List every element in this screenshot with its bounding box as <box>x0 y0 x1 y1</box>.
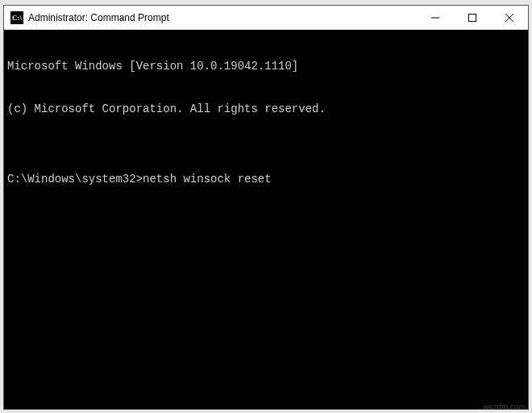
minimize-button[interactable] <box>417 6 454 29</box>
cmd-icon: C:\ <box>10 11 23 24</box>
command-input[interactable]: netsh winsock reset <box>143 173 272 187</box>
prompt-text: C:\Windows\system32> <box>7 173 143 187</box>
prompt-line: C:\Windows\system32>netsh winsock reset <box>7 173 525 187</box>
version-line: Microsoft Windows [Version 10.0.19042.11… <box>7 60 525 74</box>
maximize-button[interactable] <box>454 6 491 29</box>
window-controls <box>417 6 528 29</box>
copyright-line: (c) Microsoft Corporation. All rights re… <box>7 102 525 117</box>
svg-text:C:\: C:\ <box>12 14 22 22</box>
window-title: Administrator: Command Prompt <box>28 12 417 23</box>
command-prompt-window: C:\ Administrator: Command Prompt Micros… <box>3 5 529 410</box>
svg-rect-4 <box>469 14 476 21</box>
title-bar[interactable]: C:\ Administrator: Command Prompt <box>4 6 528 30</box>
close-button[interactable] <box>491 6 528 29</box>
terminal-area[interactable]: Microsoft Windows [Version 10.0.19042.11… <box>4 30 528 409</box>
